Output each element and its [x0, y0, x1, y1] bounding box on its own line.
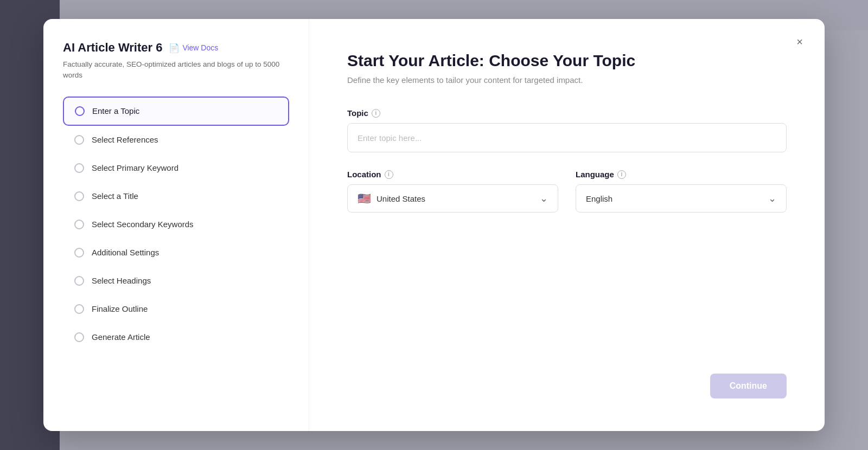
steps-list: Enter a Topic Select References Select P… — [63, 97, 289, 351]
step-item-finalize-outline[interactable]: Finalize Outline — [63, 295, 289, 323]
location-label: Location i — [347, 170, 558, 179]
step-item-select-secondary-keywords[interactable]: Select Secondary Keywords — [63, 210, 289, 239]
view-docs-link[interactable]: 📄 View Docs — [169, 43, 218, 53]
language-select[interactable]: English ⌄ — [576, 184, 787, 213]
language-value: English — [586, 194, 612, 203]
step-label-additional-settings: Additional Settings — [92, 248, 159, 257]
step-label-select-references: Select References — [92, 135, 158, 144]
language-info-icon[interactable]: i — [617, 170, 626, 179]
language-select-left: English — [586, 194, 612, 203]
step-radio-enter-topic — [75, 106, 85, 116]
modal-dialog: × AI Article Writer 6 📄 View Docs Factua… — [43, 19, 825, 431]
language-chevron-icon: ⌄ — [768, 192, 776, 204]
document-icon: 📄 — [169, 43, 180, 53]
step-label-enter-topic: Enter a Topic — [92, 106, 139, 115]
step-label-generate-article: Generate Article — [92, 332, 150, 342]
step-item-generate-article[interactable]: Generate Article — [63, 323, 289, 351]
step-radio-select-references — [74, 135, 84, 145]
step-radio-generate-article — [74, 332, 84, 342]
modal-backdrop: × AI Article Writer 6 📄 View Docs Factua… — [0, 0, 868, 450]
location-col: Location i 🇺🇸 United States ⌄ — [347, 170, 558, 213]
step-item-select-references[interactable]: Select References — [63, 126, 289, 154]
close-button[interactable]: × — [790, 32, 809, 52]
panel-subtitle: Factually accurate, SEO-optimized articl… — [63, 59, 280, 81]
step-label-select-secondary-keywords: Select Secondary Keywords — [92, 220, 194, 229]
step-radio-select-headings — [74, 276, 84, 286]
language-col: Language i English ⌄ — [576, 170, 787, 213]
language-label: Language i — [576, 170, 787, 179]
step-label-select-title: Select a Title — [92, 191, 138, 201]
step-radio-select-title — [74, 191, 84, 201]
topic-label: Topic i — [347, 108, 787, 118]
right-footer: Continue — [347, 374, 787, 398]
step-item-additional-settings[interactable]: Additional Settings — [63, 239, 289, 267]
location-select[interactable]: 🇺🇸 United States ⌄ — [347, 184, 558, 213]
topic-form-group: Topic i — [347, 108, 787, 152]
step-item-select-title[interactable]: Select a Title — [63, 182, 289, 210]
location-info-icon[interactable]: i — [385, 170, 393, 179]
view-docs-label: View Docs — [182, 43, 218, 52]
left-panel: AI Article Writer 6 📄 View Docs Factuall… — [43, 19, 309, 431]
step-label-finalize-outline: Finalize Outline — [92, 304, 148, 313]
step-label-select-primary-keyword: Select Primary Keyword — [92, 163, 178, 172]
topic-info-icon[interactable]: i — [372, 109, 380, 118]
us-flag-icon: 🇺🇸 — [358, 192, 371, 205]
step-item-enter-topic[interactable]: Enter a Topic — [63, 97, 289, 126]
continue-button[interactable]: Continue — [710, 374, 787, 398]
right-panel: Start Your Article: Choose Your Topic De… — [309, 19, 825, 431]
panel-title-row: AI Article Writer 6 📄 View Docs — [63, 41, 289, 55]
step-item-select-primary-keyword[interactable]: Select Primary Keyword — [63, 154, 289, 182]
step-radio-select-primary-keyword — [74, 163, 84, 173]
step-radio-finalize-outline — [74, 304, 84, 314]
step-radio-additional-settings — [74, 248, 84, 258]
location-chevron-icon: ⌄ — [540, 192, 548, 204]
step-item-select-headings[interactable]: Select Headings — [63, 267, 289, 295]
panel-title: AI Article Writer 6 — [63, 41, 162, 55]
right-subtitle: Define the key elements to tailor your c… — [347, 75, 787, 85]
right-title: Start Your Article: Choose Your Topic — [347, 52, 787, 70]
panel-header: AI Article Writer 6 📄 View Docs Factuall… — [63, 41, 289, 81]
topic-input[interactable] — [347, 123, 787, 152]
step-radio-select-secondary-keywords — [74, 220, 84, 229]
step-label-select-headings: Select Headings — [92, 276, 151, 285]
location-select-left: 🇺🇸 United States — [358, 192, 425, 205]
location-language-row: Location i 🇺🇸 United States ⌄ Langua — [347, 170, 787, 213]
location-value: United States — [376, 194, 425, 203]
